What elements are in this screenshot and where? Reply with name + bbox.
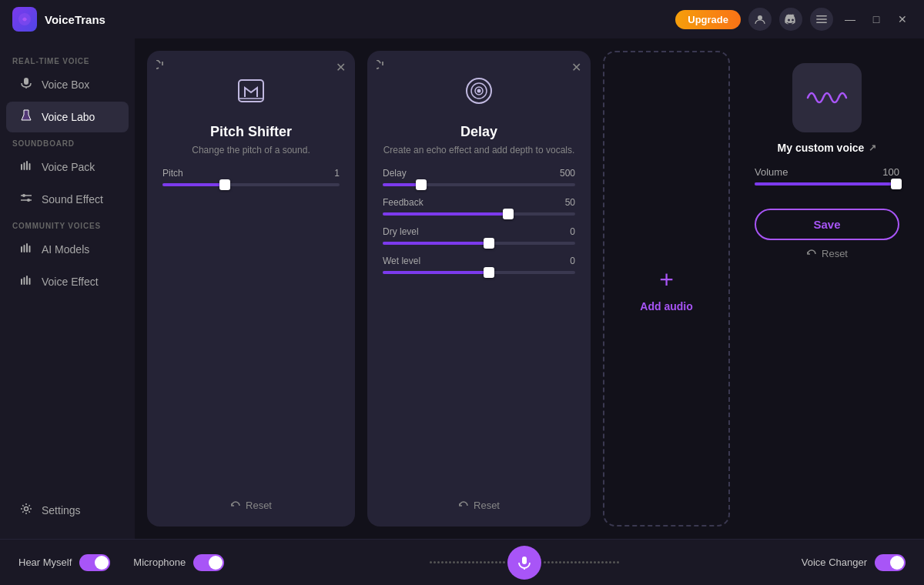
content-area: ✕ Pitch Shifter Change the pitch of a so… bbox=[135, 38, 924, 539]
svg-rect-20 bbox=[24, 277, 25, 285]
volume-slider[interactable] bbox=[755, 182, 899, 186]
add-icon: + bbox=[659, 266, 674, 294]
vis-dot bbox=[590, 561, 592, 563]
settings-icon bbox=[18, 503, 34, 518]
vis-dot bbox=[457, 561, 459, 563]
custom-voice-name: My custom voice bbox=[778, 142, 865, 154]
pitch-label: Pitch bbox=[162, 168, 183, 179]
sidebar-item-voice-labo[interactable]: Voice Labo bbox=[6, 102, 129, 132]
sidebar-item-settings[interactable]: Settings bbox=[6, 495, 129, 526]
sidebar-section-real-time: REAL-TIME VOICE bbox=[0, 51, 135, 69]
delay-power-button[interactable] bbox=[377, 60, 389, 75]
sidebar-item-voice-effect[interactable]: Voice Effect bbox=[6, 266, 129, 297]
microphone-label: Microphone bbox=[133, 557, 186, 568]
feedback-slider-fill bbox=[383, 212, 508, 216]
vis-dot bbox=[563, 561, 565, 563]
delay-close-button[interactable]: ✕ bbox=[571, 60, 581, 75]
svg-point-14 bbox=[27, 199, 30, 202]
feedback-slider[interactable] bbox=[383, 212, 575, 216]
dry-level-slider-thumb[interactable] bbox=[484, 238, 494, 249]
sidebar-section-community: COMMUNITY VOICES bbox=[0, 216, 135, 233]
vis-dot bbox=[437, 561, 440, 563]
pitch-shifter-reset-button[interactable]: Reset bbox=[230, 487, 272, 511]
svg-rect-3 bbox=[816, 18, 827, 20]
delay-reset-button[interactable]: Reset bbox=[458, 487, 500, 511]
reset-voice-button[interactable]: Reset bbox=[806, 248, 848, 259]
wet-level-slider[interactable] bbox=[383, 271, 575, 274]
custom-voice-title-row: My custom voice ↗ bbox=[778, 142, 877, 154]
sidebar-item-ai-models[interactable]: AI Models bbox=[6, 234, 129, 265]
delay-desc: Create an echo effect and add depth to v… bbox=[383, 145, 575, 155]
vis-dot bbox=[586, 561, 588, 563]
add-audio-area[interactable]: + Add audio bbox=[603, 51, 730, 526]
svg-rect-9 bbox=[26, 161, 28, 170]
vis-dot bbox=[434, 561, 436, 563]
wet-level-slider-thumb[interactable] bbox=[484, 267, 494, 278]
sidebar-item-voice-box[interactable]: Voice Box bbox=[6, 69, 129, 100]
wet-level-label: Wet level bbox=[383, 256, 420, 266]
delay-slider[interactable] bbox=[383, 183, 575, 186]
voice-changer-label: Voice Changer bbox=[802, 557, 867, 568]
wet-level-row: Wet level 0 bbox=[383, 256, 575, 266]
app-logo bbox=[12, 7, 37, 32]
sidebar-item-sound-effect[interactable]: Sound Effect bbox=[6, 184, 129, 215]
dry-level-slider[interactable] bbox=[383, 242, 575, 245]
microphone-toggle[interactable] bbox=[193, 554, 224, 571]
vis-dot bbox=[430, 561, 432, 563]
svg-rect-10 bbox=[29, 163, 31, 170]
hear-myself-knob bbox=[95, 556, 109, 570]
upgrade-button[interactable]: Upgrade bbox=[675, 10, 741, 29]
sidebar-item-voice-pack[interactable]: Voice Pack bbox=[6, 152, 129, 182]
save-button[interactable]: Save bbox=[755, 209, 899, 240]
sidebar-label-settings: Settings bbox=[42, 504, 81, 516]
pitch-shifter-desc: Change the pitch of a sound. bbox=[192, 145, 310, 155]
vis-dot bbox=[472, 561, 474, 563]
vis-dot bbox=[582, 561, 584, 563]
mic-visualizer bbox=[247, 546, 801, 580]
svg-rect-21 bbox=[26, 276, 28, 285]
custom-voice-panel: My custom voice ↗ Volume 100 Save bbox=[742, 51, 912, 526]
discord-icon[interactable] bbox=[779, 8, 802, 31]
pitch-shifter-power-button[interactable] bbox=[156, 60, 169, 75]
dry-level-slider-fill bbox=[383, 242, 489, 245]
ai-icon bbox=[18, 242, 34, 257]
svg-rect-15 bbox=[21, 246, 22, 252]
pitch-shifter-controls: Pitch 1 bbox=[162, 168, 340, 487]
titlebar: VoiceTrans Upgrade — □ ✕ bbox=[0, 0, 924, 38]
close-button[interactable]: ✕ bbox=[893, 10, 912, 28]
vis-dot bbox=[555, 561, 557, 563]
sidebar-section-soundboard: SOUNDBOARD bbox=[0, 133, 135, 151]
svg-point-13 bbox=[22, 194, 25, 197]
volume-label: Volume bbox=[755, 166, 788, 178]
feedback-label: Feedback bbox=[383, 197, 424, 208]
volume-slider-thumb[interactable] bbox=[891, 179, 902, 189]
voice-changer-toggle[interactable] bbox=[875, 554, 906, 571]
export-icon[interactable]: ↗ bbox=[869, 142, 876, 153]
menu-icon[interactable] bbox=[810, 8, 833, 31]
minimize-button[interactable]: — bbox=[841, 10, 859, 28]
maximize-button[interactable]: □ bbox=[867, 10, 886, 28]
microphone-button[interactable] bbox=[507, 546, 541, 580]
wet-level-slider-fill bbox=[383, 271, 489, 274]
delay-slider-thumb[interactable] bbox=[416, 179, 427, 190]
pitch-shifter-close-button[interactable]: ✕ bbox=[336, 60, 346, 75]
feedback-slider-thumb[interactable] bbox=[503, 209, 514, 219]
wet-level-value: 0 bbox=[570, 256, 575, 266]
vis-dot bbox=[453, 561, 455, 563]
vis-dot bbox=[559, 561, 561, 563]
feedback-row: Feedback 50 bbox=[383, 197, 575, 208]
sidebar-label-voice-labo: Voice Labo bbox=[42, 111, 95, 123]
vis-dot bbox=[547, 561, 550, 563]
pitch-slider[interactable] bbox=[162, 183, 340, 186]
vis-dot bbox=[441, 561, 444, 563]
vis-dot bbox=[487, 561, 490, 563]
pitch-slider-thumb[interactable] bbox=[219, 179, 230, 190]
volume-slider-track bbox=[755, 182, 899, 186]
user-icon[interactable] bbox=[748, 8, 772, 31]
add-audio-label: Add audio bbox=[640, 300, 692, 313]
flask-icon bbox=[18, 109, 34, 125]
hear-myself-toggle[interactable] bbox=[79, 554, 110, 571]
volume-slider-fill bbox=[755, 182, 896, 186]
vis-dot bbox=[445, 561, 447, 563]
svg-rect-17 bbox=[26, 243, 28, 252]
